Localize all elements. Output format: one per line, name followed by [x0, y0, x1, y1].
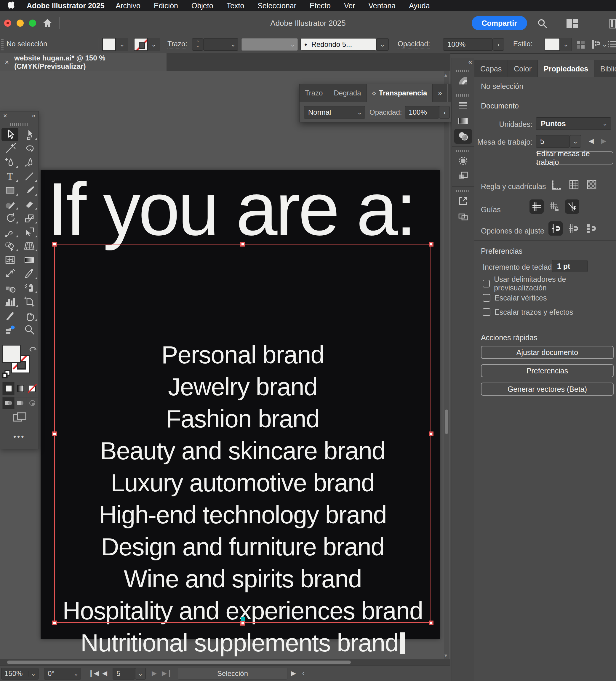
selection-handle[interactable]	[52, 431, 57, 436]
artboard-select-chevron[interactable]: ⌄	[570, 135, 581, 148]
menu-item-objeto[interactable]: Objeto	[191, 1, 213, 10]
brush-preset-chevron[interactable]: ⌄	[376, 38, 389, 51]
graphic-style-select[interactable]: ⌄	[545, 38, 572, 51]
rotate-tool[interactable]	[0, 211, 20, 225]
workspace-switcher-icon[interactable]	[566, 19, 578, 28]
opacity-label[interactable]: Opacidad:	[397, 40, 430, 49]
panel-menu-icon[interactable]	[608, 40, 616, 49]
collapse-tools-icon[interactable]: «	[32, 112, 35, 120]
artboard-number-select[interactable]: 5	[536, 135, 570, 148]
dock-swatch-fan-panel[interactable]	[452, 73, 474, 89]
gradient-tool[interactable]	[20, 253, 39, 267]
prev-artboard-nav-icon[interactable]: ◀	[102, 670, 107, 677]
next-artboard-icon[interactable]: ▶	[601, 137, 606, 145]
edit-artboards-button[interactable]: Editar mesas de trabajo	[536, 151, 613, 165]
selection-handle[interactable]	[429, 431, 434, 436]
artboard-tool[interactable]	[20, 295, 39, 308]
menu-item-edición[interactable]: Edición	[154, 1, 178, 10]
eyedropper-tool[interactable]	[20, 267, 39, 281]
width-tool[interactable]	[0, 225, 20, 239]
checkbox-unchecked[interactable]	[483, 294, 490, 302]
prev-artboard-icon[interactable]: ◀	[589, 137, 594, 145]
horizontal-scrollbar[interactable]	[0, 659, 451, 665]
screen-mode-icon[interactable]	[13, 412, 27, 424]
quick-action-preferencias[interactable]: Preferencias	[481, 364, 614, 377]
stroke-color-control[interactable]: ⌄	[134, 38, 160, 51]
keyboard-increment-input[interactable]: 1 pt	[552, 260, 588, 272]
scale-tool[interactable]	[20, 211, 39, 225]
menu-item-ventana[interactable]: Ventana	[368, 1, 395, 10]
touch-type-tool[interactable]	[0, 322, 20, 336]
dock-pathfinder-squares-panel[interactable]	[452, 169, 474, 184]
vertical-scroll-thumb[interactable]	[445, 409, 448, 434]
tab-color[interactable]: Color	[508, 60, 538, 77]
smart-guides-button[interactable]	[565, 199, 579, 214]
dock-artboards-panel[interactable]	[452, 209, 474, 224]
scroll-down-icon[interactable]: ▾	[444, 652, 447, 659]
share-button[interactable]: Compartir	[472, 16, 527, 30]
lasso-tool[interactable]	[20, 141, 39, 155]
tab-bibliotecas[interactable]: Bibliotec	[594, 60, 616, 77]
selection-handle[interactable]	[52, 242, 57, 247]
tab-propiedades[interactable]: Propiedades	[538, 60, 594, 77]
rectangle-tool[interactable]	[0, 183, 20, 197]
zoom-tool[interactable]	[20, 322, 39, 336]
free-transform-tool[interactable]	[20, 225, 39, 239]
selection-tool[interactable]	[0, 127, 20, 141]
tools-grip[interactable]	[10, 123, 29, 126]
units-select[interactable]: Puntos⌄	[536, 117, 611, 130]
draw-behind-button[interactable]	[15, 397, 26, 409]
snap-point-button[interactable]	[548, 221, 563, 235]
selection-handle[interactable]	[240, 242, 245, 247]
shape-builder-tool[interactable]	[0, 239, 20, 253]
magic-wand-tool[interactable]	[0, 141, 20, 155]
selection-handle[interactable]	[240, 621, 245, 626]
last-artboard-icon[interactable]: ▶❙	[162, 670, 172, 677]
tab-degradado[interactable]: Degrada	[328, 84, 366, 102]
tab-transparencia[interactable]: ◇ Transparencia	[367, 84, 433, 102]
hand-tool[interactable]	[20, 308, 39, 322]
close-tab-icon[interactable]: ×	[5, 58, 9, 67]
snap-options-icon[interactable]	[591, 40, 600, 49]
more-tools-icon[interactable]: •••	[13, 432, 25, 441]
checkbox-unchecked[interactable]	[483, 280, 490, 287]
menu-item-ver[interactable]: Ver	[344, 1, 355, 10]
fill-color-swatch[interactable]	[2, 345, 21, 363]
fill-color-control[interactable]: ⌄	[102, 38, 128, 51]
dock-export-asset-panel[interactable]	[452, 193, 474, 209]
opacity-input[interactable]: 100%	[443, 38, 493, 51]
panel-opacity-input[interactable]: 100%	[405, 106, 439, 119]
gradient-mode-button[interactable]	[15, 382, 26, 395]
zoom-level-select[interactable]: 150%⌄	[1, 668, 38, 680]
menu-app-name[interactable]: Adobe Illustrator 2025	[27, 1, 105, 10]
symbol-sprayer-tool[interactable]	[20, 281, 39, 295]
collapse-dock-icon[interactable]: «	[452, 58, 474, 67]
canvas-area[interactable]: If you are a: Personal brandJewelry bran…	[0, 71, 451, 659]
paintbrush-tool[interactable]	[20, 183, 39, 197]
stroke-weight-stepper[interactable]: ⌃⌄	[192, 38, 203, 51]
grid-button[interactable]	[567, 177, 581, 192]
dock-grip[interactable]	[456, 70, 470, 72]
first-artboard-icon[interactable]: ❙◀	[88, 670, 99, 677]
status-play-icon[interactable]: ▶	[291, 670, 296, 677]
guides-button[interactable]	[530, 199, 544, 214]
pen-tool[interactable]	[0, 155, 20, 169]
panel-grip[interactable]	[1, 38, 4, 50]
vertical-scrollbar[interactable]: ▴ ▾	[444, 71, 449, 659]
status-collapse-icon[interactable]: ‹	[302, 670, 304, 677]
width-profile-select[interactable]: ⌄	[241, 38, 298, 51]
stroke-weight-select[interactable]: ⌄	[203, 38, 238, 51]
draw-inside-button[interactable]	[26, 397, 38, 409]
measure-tool[interactable]	[0, 267, 20, 281]
selection-handle[interactable]	[429, 242, 434, 247]
dock-stroke-lines-panel[interactable]	[452, 98, 474, 113]
document-tab[interactable]: × website hugan.ai* @ 150 % (CMYK/Previs…	[0, 53, 166, 71]
color-mode-button[interactable]	[3, 382, 15, 395]
menu-item-seleccionar[interactable]: Seleccionar	[257, 1, 296, 10]
scroll-up-icon[interactable]: ▴	[444, 72, 447, 78]
quick-action-ajustar-documento[interactable]: Ajustar documento	[481, 346, 614, 359]
stroke-weight-label[interactable]: Trazo:	[168, 40, 187, 49]
tab-capas[interactable]: Capas	[474, 60, 508, 77]
eraser-tool[interactable]	[20, 197, 39, 211]
selection-handle[interactable]	[429, 621, 434, 625]
